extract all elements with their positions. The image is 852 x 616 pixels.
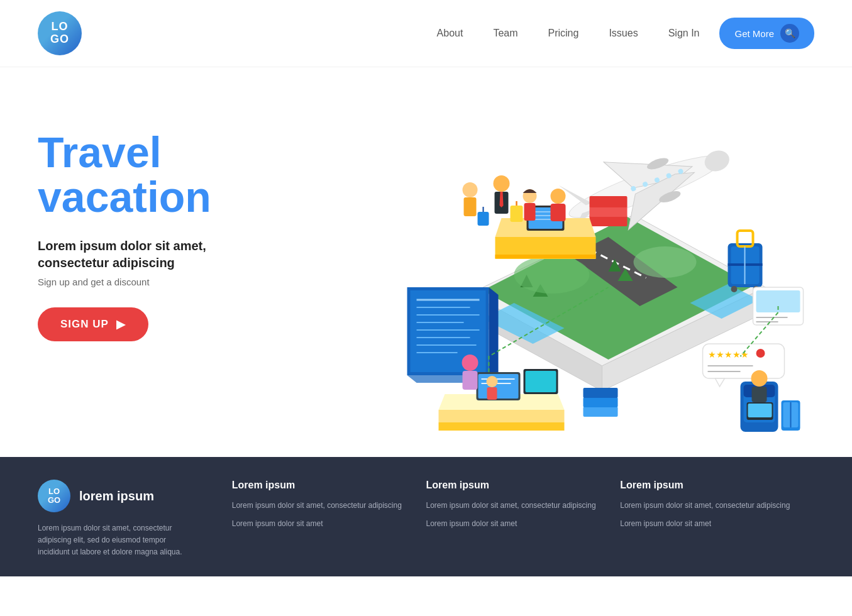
footer-col3-title: Lorem ipsum <box>426 480 602 491</box>
svg-rect-80 <box>463 371 478 390</box>
svg-marker-53 <box>500 192 504 207</box>
svg-rect-49 <box>478 212 489 226</box>
footer-col-3: Lorem ipsum Lorem ipsum dolor sit amet, … <box>426 480 621 536</box>
blue-box-stack <box>584 388 618 417</box>
svg-rect-74 <box>479 374 519 399</box>
svg-point-95 <box>751 370 768 387</box>
hero-illustration: ★★★★★ <box>289 92 814 444</box>
signup-button[interactable]: SIGN UP ▶ <box>38 307 148 341</box>
nav-pricing[interactable]: Pricing <box>548 28 579 39</box>
svg-rect-96 <box>752 387 767 402</box>
svg-point-45 <box>551 189 566 204</box>
footer-col-brand: LOGO lorem ipsum Lorem ipsum dolor sit a… <box>38 480 232 559</box>
seated-passenger <box>741 370 800 432</box>
footer-col3-item-2[interactable]: Lorem ipsum dolor sit amet <box>426 518 602 530</box>
footer-col-2: Lorem ipsum Lorem ipsum dolor sit amet, … <box>232 480 426 536</box>
footer-col4-item-2[interactable]: Lorem ipsum dolor sit amet <box>620 518 795 530</box>
footer-logo-wrap: LOGO lorem ipsum <box>38 480 213 512</box>
svg-point-79 <box>462 355 479 371</box>
signup-label: SIGN UP <box>60 318 109 331</box>
svg-point-81 <box>487 376 498 387</box>
svg-point-51 <box>494 175 510 192</box>
arrow-icon: ▶ <box>116 317 126 331</box>
nav-signin[interactable]: Sign In <box>668 28 700 39</box>
footer: LOGO lorem ipsum Lorem ipsum dolor sit a… <box>0 457 852 576</box>
footer-col4-item-1[interactable]: Lorem ipsum dolor sit amet, consectetur … <box>620 500 795 512</box>
svg-marker-91 <box>716 378 725 387</box>
logo-icon: LOGO <box>38 11 82 55</box>
svg-marker-71 <box>439 410 565 422</box>
svg-rect-85 <box>584 388 618 398</box>
nav-team[interactable]: Team <box>493 28 517 39</box>
svg-rect-46 <box>551 204 566 221</box>
svg-text:★★★★★: ★★★★★ <box>708 349 749 360</box>
svg-rect-36 <box>590 196 628 207</box>
svg-point-13 <box>634 246 697 278</box>
footer-col2-title: Lorem ipsum <box>232 480 407 491</box>
rating-bubble: ★★★★★ <box>703 344 785 387</box>
main-nav: About Team Pricing Issues Sign In <box>437 28 700 39</box>
svg-rect-57 <box>524 203 536 221</box>
svg-rect-54 <box>511 206 523 222</box>
footer-col3-item-1[interactable]: Lorem ipsum dolor sit amet, consectetur … <box>426 500 602 512</box>
header: LOGO About Team Pricing Issues Sign In G… <box>0 0 852 67</box>
footer-col-4: Lorem ipsum Lorem ipsum dolor sit amet, … <box>620 480 814 536</box>
traveler-1 <box>463 182 489 226</box>
footer-logo-icon: LOGO <box>38 480 70 512</box>
logo[interactable]: LOGO <box>38 11 82 55</box>
footer-brand-desc: Lorem ipsum dolor sit amet, consectetur … <box>38 522 189 559</box>
footer-col2-item-1[interactable]: Lorem ipsum dolor sit amet, consectetur … <box>232 500 407 512</box>
hero-title: Travel vacation <box>38 130 277 220</box>
svg-marker-68 <box>489 287 499 383</box>
svg-rect-39 <box>495 255 596 258</box>
search-icon: 🔍 <box>780 24 799 43</box>
hero-subtitle: Lorem ipsum dolor sit amet, consectetur … <box>38 238 277 272</box>
traveler-2 <box>494 175 523 222</box>
svg-rect-84 <box>584 397 618 407</box>
svg-point-88 <box>756 349 765 358</box>
tablet-monitor <box>407 287 499 383</box>
get-more-button[interactable]: Get More 🔍 <box>719 18 814 49</box>
hero-section: Travel vacation Lorem ipsum dolor sit am… <box>0 67 852 457</box>
traveler-3 <box>523 189 537 221</box>
luggage <box>728 231 763 292</box>
red-box-stack <box>590 196 628 226</box>
footer-col4-title: Lorem ipsum <box>620 480 795 491</box>
nav-about[interactable]: About <box>437 28 463 39</box>
svg-rect-48 <box>464 197 477 216</box>
svg-point-12 <box>514 256 590 294</box>
svg-point-47 <box>463 182 478 197</box>
get-more-label: Get More <box>734 28 774 39</box>
isometric-scene-svg: ★★★★★ <box>289 92 814 444</box>
svg-rect-98 <box>748 404 772 417</box>
svg-rect-83 <box>584 407 618 417</box>
svg-rect-82 <box>487 387 497 400</box>
svg-marker-72 <box>439 422 565 431</box>
hero-left-content: Travel vacation Lorem ipsum dolor sit am… <box>38 92 277 341</box>
svg-rect-78 <box>526 371 556 392</box>
nav-issues[interactable]: Issues <box>609 28 638 39</box>
footer-col2-item-2[interactable]: Lorem ipsum dolor sit amet <box>232 518 407 530</box>
hero-description: Sign up and get a discount <box>38 277 277 287</box>
footer-brand-name: lorem ipsum <box>79 489 154 503</box>
svg-point-30 <box>731 286 738 292</box>
